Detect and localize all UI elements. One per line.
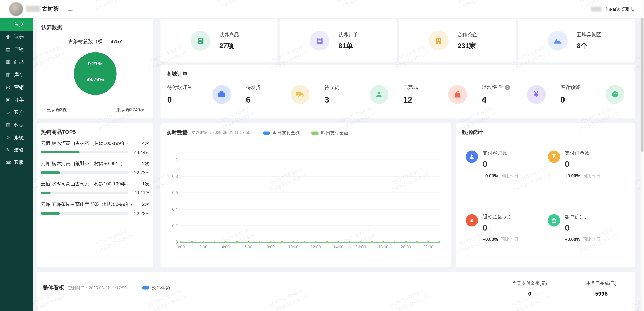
page-title: 古树茶: [26, 5, 58, 12]
order-status-label: 待付款订单: [167, 84, 192, 91]
stat-label: 认养商品: [219, 31, 239, 38]
stat-card-scenic-spots[interactable]: 五峰县景区 8个: [518, 19, 635, 62]
progress-bar: [41, 151, 128, 153]
adopt-icon: ❀: [5, 34, 11, 40]
svg-text:18:00: 18:00: [378, 245, 388, 249]
sidebar-item-customers[interactable]: ☺ 客户: [0, 106, 33, 119]
order-status-label: 待发货: [246, 84, 261, 91]
vertical-scrollbar[interactable]: [641, 0, 644, 311]
card-title: 实时数据: [166, 129, 188, 136]
product-count: 4次: [142, 140, 149, 146]
building-icon: [429, 31, 448, 50]
inventory-icon: ▥: [5, 72, 11, 78]
adoption-data-card: 认养数据 古茶树总数（棵）3757 0.21% 99.79% 已认养8棵 未认养…: [37, 19, 153, 118]
system-icon: ⚙: [5, 135, 11, 141]
realtime-line-chart: 00.20.40.60.810:002:004:006:008:0010:001…: [165, 152, 447, 254]
shopping-bag-icon: [448, 85, 467, 104]
legend-transaction[interactable]: 交易金额: [142, 285, 170, 291]
legend-today[interactable]: 今日支付金额: [263, 130, 300, 136]
stat-delta: +0.00%: [565, 173, 580, 178]
sidebar-item-decorate[interactable]: ✎ 装修: [0, 144, 33, 156]
orders-icon: ▣: [5, 97, 11, 103]
package-icon: [606, 85, 624, 104]
menu-collapse-icon[interactable]: ☰: [68, 5, 73, 12]
sidebar-item-label: 商品: [14, 59, 24, 66]
card-title: 整体看板: [43, 284, 64, 291]
order-status-refund[interactable]: 退款/售后 ? 4 ¥: [482, 84, 560, 105]
svg-text:0.8: 0.8: [172, 174, 178, 179]
order-status-completed[interactable]: 已完成 12: [403, 84, 482, 105]
stat-avg-price: 客单价(元) 0 +0.00%同比昨日: [548, 213, 630, 259]
sidebar-item-service[interactable]: ☎ 客服: [0, 156, 33, 169]
product-row[interactable]: 云栖·水浕司高山古树茶（树龄100-199年）1次 11.11%: [41, 181, 150, 195]
stat-delta: +0.00%: [565, 237, 580, 242]
sidebar-item-data[interactable]: ▧ 数据: [0, 119, 33, 131]
card-title: 商城订单: [160, 65, 635, 78]
sidebar-item-label: 系统: [14, 134, 24, 141]
stat-card-adopt-goods[interactable]: 认养商品 27项: [160, 19, 277, 62]
help-icon[interactable]: ?: [505, 85, 510, 90]
app-title-text: 古树茶: [42, 5, 59, 12]
stat-value: 0: [565, 223, 601, 233]
month-completed: 本月已完成(元) 5998: [586, 280, 617, 297]
yen-icon: ¥: [466, 214, 478, 227]
svg-text:0.2: 0.2: [172, 223, 178, 228]
sidebar-item-orders[interactable]: ▣ 订单: [0, 94, 33, 106]
stat-label: 五峰县景区: [577, 31, 601, 38]
stat-label: 支付客户数: [482, 150, 518, 157]
store-name: 商城官方旗舰店: [591, 6, 635, 12]
stat-value: 5998: [586, 291, 617, 297]
sidebar-item-system[interactable]: ⚙ 系统: [0, 131, 33, 144]
viewport: 古树茶 ☰ 商城官方旗舰店 ⌂ 首页 ❀ 认养 ▤ 店铺 ▦ 商品 ▥ 库存: [0, 0, 644, 311]
svg-text:2:00: 2:00: [199, 245, 207, 249]
product-count: 1次: [142, 181, 149, 187]
customers-icon: ☺: [5, 110, 11, 115]
sidebar-item-goods[interactable]: ▦ 商品: [0, 56, 33, 68]
product-row[interactable]: 云峰·五峰茶园村高山荒野茶（树龄50-99年）2次 22.22%: [41, 201, 150, 216]
overview-board-card: 整体看板 更新时间：2025-05-21 11:17:50 交易金额 当天支付金…: [37, 272, 635, 311]
order-status-to-ship[interactable]: 待发货 6: [246, 84, 325, 105]
realtime-data-card: 实时数据 更新时间：2025-05-21 11:17:50 今日支付金额 昨日支…: [160, 123, 451, 267]
avatar[interactable]: [9, 2, 23, 16]
sidebar-item-home[interactable]: ⌂ 首页: [0, 18, 33, 31]
svg-text:14:00: 14:00: [333, 245, 343, 249]
stat-label: 合作茶企: [458, 31, 477, 38]
sidebar-item-label: 营销: [14, 84, 24, 91]
order-status-to-receive[interactable]: 待收货 3: [325, 84, 403, 105]
legend-yesterday[interactable]: 昨日支付金额: [311, 130, 348, 136]
marketing-icon: ◎: [5, 84, 11, 90]
sidebar-item-label: 客户: [14, 109, 24, 116]
stat-card-adopt-orders[interactable]: 认养订单 81单: [280, 19, 397, 62]
order-status-label: 待收货: [325, 84, 339, 91]
product-row[interactable]: 云峰·楠木河高山荒野茶（树龄50-99年）2次 22.22%: [41, 161, 150, 175]
stat-label: 当天支付金额(元): [512, 280, 547, 286]
product-name: 云峰·楠木河高山荒野茶（树龄50-99年）: [41, 161, 125, 167]
top-header: 古树茶 ☰ 商城官方旗舰店: [0, 0, 644, 18]
stat-pay-customers: 支付客户数 0 +0.00%同比昨日: [466, 150, 548, 195]
stat-compare: 同比昨日: [501, 237, 519, 242]
svg-text:1: 1: [176, 157, 178, 162]
scrollbar-thumb[interactable]: [641, 18, 644, 152]
update-time: 更新时间：2025-05-21 11:17:50: [68, 285, 127, 291]
stat-value: 0: [482, 159, 518, 169]
order-status-stock-alert[interactable]: 库存预警 0: [560, 84, 624, 105]
adopted-percent: 0.21%: [74, 61, 116, 67]
svg-text:16:00: 16:00: [356, 245, 366, 249]
product-count: 2次: [142, 161, 149, 167]
order-status-value: 6: [246, 95, 261, 105]
order-status-value: 0: [167, 95, 192, 105]
store-name-text: 商城官方旗舰店: [603, 6, 635, 12]
svg-text:0.6: 0.6: [172, 190, 178, 195]
data-icon: ▧: [5, 122, 11, 128]
svg-text:8:00: 8:00: [267, 245, 275, 249]
sidebar-item-adopt[interactable]: ❀ 认养: [0, 31, 33, 43]
shopping-bag-icon: [548, 214, 560, 227]
stat-card-tea-partners[interactable]: 合作茶企 231家: [399, 19, 516, 62]
sidebar-item-marketing[interactable]: ◎ 营销: [0, 81, 33, 94]
order-status-pending-payment[interactable]: 待付款订单 0: [167, 84, 246, 105]
stat-value: 0: [512, 291, 547, 297]
product-row[interactable]: 云栖·楠木河高山古树茶（树龄100-199年）4次 44.44%: [41, 140, 150, 155]
svg-text:20:00: 20:00: [401, 245, 411, 249]
sidebar-item-inventory[interactable]: ▥ 库存: [0, 68, 33, 81]
sidebar-item-shop[interactable]: ▤ 店铺: [0, 43, 33, 56]
